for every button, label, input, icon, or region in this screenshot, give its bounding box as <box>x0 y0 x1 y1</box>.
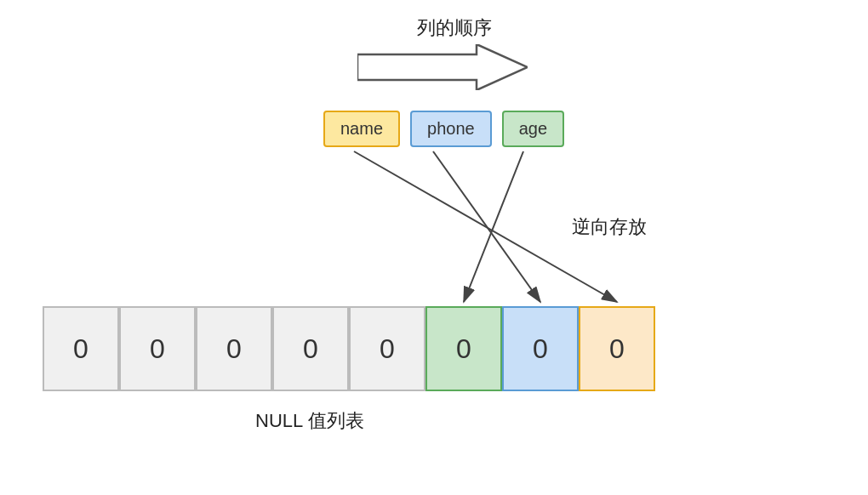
right-arrow-icon <box>357 44 528 90</box>
column-labels: name phone age <box>323 111 564 147</box>
memory-row: 0 0 0 0 0 0 0 0 <box>43 306 655 391</box>
mem-cell-2: 0 <box>196 306 272 391</box>
column-order-label: 列的顺序 <box>417 15 492 41</box>
null-label: NULL 值列表 <box>255 408 364 434</box>
col-label-name: name <box>323 111 400 147</box>
mem-cell-name: 0 <box>425 306 502 391</box>
diagram-container: 列的顺序 name phone age 逆向存放 <box>0 0 868 495</box>
svg-line-4 <box>464 151 523 302</box>
mem-cell-3: 0 <box>272 306 349 391</box>
col-label-age: age <box>502 111 564 147</box>
svg-line-3 <box>433 151 540 302</box>
col-label-phone: phone <box>410 111 492 147</box>
mem-cell-0: 0 <box>43 306 119 391</box>
mem-cell-phone: 0 <box>502 306 579 391</box>
mem-cell-age: 0 <box>579 306 655 391</box>
reverse-label: 逆向存放 <box>572 214 647 240</box>
svg-marker-0 <box>357 44 528 90</box>
mem-cell-4: 0 <box>349 306 425 391</box>
mem-cell-1: 0 <box>119 306 196 391</box>
